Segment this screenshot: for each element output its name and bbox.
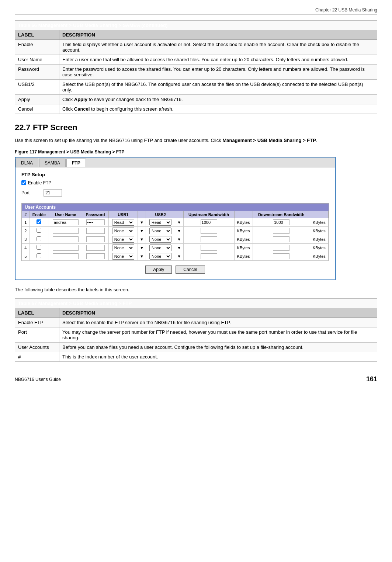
ua-header-row: # Enable User Name Password USB1 USB2 Up… <box>22 211 329 218</box>
ua-row-5-username-input[interactable] <box>53 253 79 259</box>
ua-row-2-usb1-v: ▼ <box>138 226 146 235</box>
ua-row-3-downstream <box>253 235 310 243</box>
port-row: Port <box>21 189 329 197</box>
ua-row-2-num: 2 <box>22 226 30 235</box>
ua-row-5-password <box>82 252 109 260</box>
table-66-header: LABEL DESCRIPTION <box>15 30 377 40</box>
ua-row-2-usb2-select[interactable]: NoneReadWrite <box>149 228 171 234</box>
ua-row-1-username-input[interactable] <box>53 219 79 225</box>
apply-button[interactable]: Apply <box>145 266 172 274</box>
table-row: # This is the index number of the user a… <box>15 352 377 362</box>
table-row: USB1/2 Select the USB port(s) of the NBG… <box>15 80 377 95</box>
ua-row-4-password-input[interactable] <box>86 245 105 251</box>
ua-row-5-usb2-v: ▼ <box>175 252 183 260</box>
ua-row-3-checkbox[interactable] <box>37 236 41 241</box>
ua-row-4-enable <box>29 243 49 252</box>
table-row: Enable FTP Select this to enable the FTP… <box>15 318 377 327</box>
enable-ftp-label: Enable FTP <box>28 180 51 185</box>
col-label: LABEL <box>15 30 59 40</box>
ua-row-3-password-input[interactable] <box>86 236 105 242</box>
ua-row-4-upstream-input[interactable] <box>201 245 217 251</box>
ua-row-2-password-input[interactable] <box>86 228 105 234</box>
ua-row-5-usb1-select[interactable]: NoneReadWrite <box>112 253 134 260</box>
ua-row-4-downstream-input[interactable] <box>273 245 289 251</box>
ua-row-3-username <box>49 235 82 243</box>
ua-row-3-upstream-unit: KBytes <box>234 235 253 243</box>
ua-row-1-upstream <box>183 218 234 226</box>
ua-col-upstream: Upstream Bandwidth <box>183 211 234 218</box>
tab-ftp[interactable]: FTP <box>66 159 86 167</box>
section-heading-22-7: 22.7 FTP Screen <box>15 123 377 132</box>
ua-row-4-username-input[interactable] <box>53 245 79 251</box>
ua-row-4-usb1: NoneReadWrite <box>108 243 138 252</box>
ua-row-1-usb1-v: ▼ <box>138 218 146 226</box>
ua-row-4-checkbox[interactable] <box>37 245 41 250</box>
table-66: Table 66 Management > USB Media Sharing … <box>15 20 377 114</box>
ua-row-3-downstream-input[interactable] <box>273 236 289 242</box>
ua-row-5-password-input[interactable] <box>86 253 105 259</box>
port-input[interactable] <box>44 189 62 197</box>
ua-row-1-downstream-unit: KBytes <box>310 218 328 226</box>
ua-row-3-usb2-select[interactable]: NoneReadWrite <box>149 236 171 243</box>
ua-row-1-downstream-input[interactable] <box>273 219 289 225</box>
ua-row-1-usb2: ReadWriteNone <box>146 218 175 226</box>
ua-row-4-usb2-select[interactable]: NoneReadWrite <box>149 244 171 251</box>
ua-row-5-enable <box>29 252 49 260</box>
ftp-setup-label: FTP Setup <box>21 172 329 177</box>
ua-row-3-usb2: NoneReadWrite <box>146 235 175 243</box>
ua-row-5-downstream <box>253 252 310 260</box>
ua-row-5-checkbox[interactable] <box>37 253 41 258</box>
ua-row-1-usb2-select[interactable]: ReadWriteNone <box>149 219 171 226</box>
ua-row-5: 5 NoneReadWrite <box>22 252 329 260</box>
table-67-header: LABEL DESCRIPTION <box>15 308 377 318</box>
ua-row-5-usb2: NoneReadWrite <box>146 252 175 260</box>
user-accounts-section: User Accounts # Enable User Name Passwor… <box>21 203 329 261</box>
ua-row-5-usb2-select[interactable]: NoneReadWrite <box>149 253 171 260</box>
ua-row-1-usb1: ReadWriteNone <box>108 218 138 226</box>
ua-col-downstream: Downstream Bandwidth <box>253 211 310 218</box>
enable-ftp-checkbox[interactable] <box>21 180 26 185</box>
cancel-button[interactable]: Cancel <box>176 266 205 274</box>
ua-row-2-username-input[interactable] <box>53 228 79 234</box>
ua-row-2-username <box>49 226 82 235</box>
ua-row-4-downstream-unit: KBytes <box>310 243 328 252</box>
ua-row-5-usb1: NoneReadWrite <box>108 252 138 260</box>
col-description: DESCRIPTION <box>59 30 377 40</box>
table-66-caption: Table 66 Management > USB Media Sharing … <box>15 21 377 30</box>
ua-row-1-upstream-input[interactable] <box>201 219 217 225</box>
ua-row-2-checkbox[interactable] <box>37 228 41 233</box>
ua-row-3-username-input[interactable] <box>53 236 79 242</box>
page-footer: NBG6716 User's Guide 161 <box>15 373 377 383</box>
ua-row-1-usb1-select[interactable]: ReadWriteNone <box>112 219 134 226</box>
ua-row-2-usb1-select[interactable]: NoneReadWrite <box>112 228 134 234</box>
ua-row-3-enable <box>29 235 49 243</box>
ua-row-2-upstream-input[interactable] <box>201 228 217 234</box>
ua-row-4-usb1-v: ▼ <box>138 243 146 252</box>
following-text: The following table describes the labels… <box>15 286 377 294</box>
user-accounts-header: User Accounts <box>22 204 329 211</box>
ua-row-1-enable <box>29 218 49 226</box>
page-number: 161 <box>366 375 377 383</box>
ua-row-5-upstream-unit: KBytes <box>234 252 253 260</box>
ua-row-5-upstream-input[interactable] <box>201 253 217 259</box>
ua-row-4-num: 4 <box>22 243 30 252</box>
ua-row-4-downstream <box>253 243 310 252</box>
ua-row-3-upstream-input[interactable] <box>201 236 217 242</box>
tab-dlna[interactable]: DLNA <box>15 159 38 167</box>
ua-row-4-usb1-select[interactable]: NoneReadWrite <box>112 244 134 251</box>
ua-row-3-usb1-select[interactable]: NoneReadWrite <box>112 236 134 243</box>
ua-row-5-downstream-input[interactable] <box>273 253 289 259</box>
tab-samba[interactable]: SAMBA <box>39 159 66 167</box>
ua-row-1: 1 ReadWriteNone <box>22 218 329 226</box>
user-accounts-table: # Enable User Name Password USB1 USB2 Up… <box>22 211 329 261</box>
table-row: Password Enter the password used to acce… <box>15 65 377 80</box>
chapter-header: Chapter 22 USB Media Sharing <box>15 7 377 14</box>
ua-row-1-password-input[interactable] <box>86 219 105 225</box>
col-label: LABEL <box>15 308 59 318</box>
ua-row-4-usb2: NoneReadWrite <box>146 243 175 252</box>
ua-col-usb2-arrow <box>175 211 183 218</box>
table-row: Enable This field displays whether a use… <box>15 40 377 55</box>
ua-row-1-password <box>82 218 109 226</box>
ua-row-2-downstream-input[interactable] <box>273 228 289 234</box>
ua-row-1-checkbox[interactable] <box>37 219 41 224</box>
